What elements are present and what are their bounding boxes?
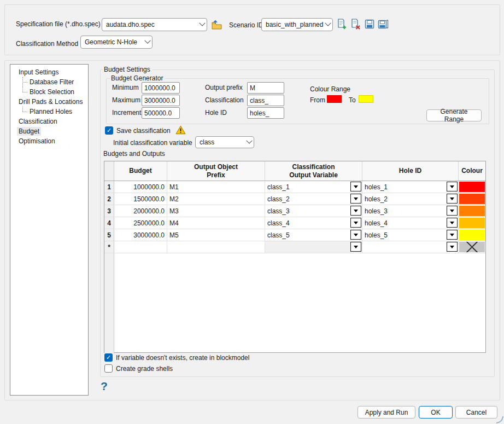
apply-and-run-button[interactable]: Apply and Run	[358, 406, 415, 419]
budget-cell[interactable]: 3000000.0	[114, 229, 167, 241]
new-scenario-button[interactable]	[336, 18, 348, 30]
help-icon[interactable]: ?	[101, 380, 108, 393]
sidebar-item-drill-pads-locations[interactable]: Drill Pads & Locations	[10, 97, 88, 107]
budget-cell[interactable]: 2000000.0	[114, 205, 167, 217]
range-to-swatch[interactable]	[359, 95, 373, 103]
output-prefix-cell[interactable]	[167, 241, 265, 253]
cell-dropdown-button[interactable]	[447, 206, 458, 216]
colour-cell[interactable]	[459, 229, 485, 241]
cell-dropdown-button[interactable]	[350, 242, 361, 252]
sidebar-item-budget[interactable]: Budget	[10, 126, 88, 136]
scenario-id-combo[interactable]: basic_with_plannedh	[261, 18, 333, 31]
cell-dropdown-button[interactable]	[350, 218, 361, 228]
col-header-hole-id[interactable]: Hole ID	[362, 161, 459, 181]
increment-input[interactable]	[142, 107, 180, 119]
save-classification-checkbox[interactable]: ✓	[105, 126, 113, 135]
dropdown-arrow-icon	[450, 234, 454, 236]
budget-cell[interactable]: 2500000.0	[114, 217, 167, 229]
classification-prefix-label: Classification	[205, 96, 244, 104]
resize-grip[interactable]	[495, 415, 503, 423]
initial-var-combo[interactable]: class	[195, 136, 254, 148]
row-header[interactable]: 3	[104, 205, 114, 217]
minimum-input[interactable]	[142, 82, 180, 94]
output-prefix-cell[interactable]: M5	[167, 229, 265, 241]
dialog: { "colors": { "accent": "#0067c0", "help…	[0, 0, 504, 424]
output-prefix-cell[interactable]: M4	[167, 217, 265, 229]
hole-id-cell[interactable]	[362, 241, 459, 253]
cell-dropdown-button[interactable]	[447, 194, 458, 204]
row-header[interactable]: 2	[104, 193, 114, 205]
sidebar-item-optimisation[interactable]: Optimisation	[10, 136, 88, 146]
row-header[interactable]: 4	[104, 217, 114, 229]
col-header-classification-output-variable[interactable]: Classification Output Variable	[265, 161, 362, 181]
budget-cell[interactable]: 1500000.0	[114, 193, 167, 205]
sidebar-item-input-settings[interactable]: Input Settings	[10, 67, 88, 77]
sidebar-item-planned-holes[interactable]: Planned Holes	[10, 107, 88, 117]
output-prefix-cell[interactable]: M3	[167, 205, 265, 217]
sidebar-item-database-filter[interactable]: Database Filter	[10, 77, 88, 87]
create-grade-shells-checkbox[interactable]	[104, 364, 113, 373]
spec-file-combo[interactable]: audata.dho.spec	[102, 18, 207, 31]
budget-cell[interactable]: 1000000.0	[114, 181, 167, 193]
classification-variable-cell[interactable]: class_1	[265, 181, 362, 193]
range-from-label: From	[310, 96, 325, 104]
maximum-input[interactable]	[142, 95, 180, 106]
browse-spec-file-button[interactable]	[210, 19, 222, 31]
output-prefix-input[interactable]	[247, 82, 284, 94]
hole-id-cell[interactable]: holes_5	[362, 229, 459, 241]
ok-button[interactable]: OK	[419, 406, 453, 419]
cell-dropdown-button[interactable]	[447, 230, 458, 240]
colour-cell[interactable]	[459, 181, 485, 193]
save-scenario-as-button[interactable]	[377, 18, 389, 30]
output-prefix-cell[interactable]: M2	[167, 193, 265, 205]
hole-id-prefix-input[interactable]	[247, 107, 284, 119]
scenario-id-value: basic_with_plannedh	[266, 21, 324, 28]
cell-dropdown-button[interactable]	[447, 182, 458, 191]
dropdown-arrow-icon	[354, 246, 358, 248]
hole-id-cell[interactable]: holes_1	[362, 181, 459, 193]
warning-icon	[175, 125, 186, 135]
save-scenario-button[interactable]	[364, 18, 376, 30]
range-from-swatch[interactable]	[327, 95, 342, 103]
hole-id-cell[interactable]: holes_2	[362, 193, 459, 205]
classification-variable-cell[interactable]: class_3	[265, 205, 362, 217]
hole-id-cell[interactable]: holes_3	[362, 205, 459, 217]
row-header[interactable]: 5	[104, 229, 114, 241]
colour-cell[interactable]	[459, 193, 485, 205]
output-prefix-cell[interactable]: M1	[167, 181, 265, 193]
chevron-down-icon	[144, 38, 150, 44]
colour-cell[interactable]	[459, 241, 485, 253]
classification-method-combo[interactable]: Geometric N-Hole	[80, 36, 153, 49]
gradeshells-checkbox-row: Create grade shells	[104, 364, 173, 373]
dropdown-arrow-icon	[354, 185, 358, 188]
col-header-colour[interactable]: Colour	[459, 161, 485, 181]
hole-id-cell[interactable]: holes_4	[362, 217, 459, 229]
sidebar-item-classification[interactable]: Classification	[10, 117, 88, 126]
generate-range-button[interactable]: Generate Range	[426, 109, 482, 121]
cell-dropdown-button[interactable]	[350, 206, 361, 216]
classification-variable-cell[interactable]: class_5	[265, 229, 362, 241]
cell-dropdown-button[interactable]	[350, 230, 361, 240]
create-grade-shells-label: Create grade shells	[116, 365, 173, 373]
classification-variable-cell[interactable]: class_2	[265, 193, 362, 205]
create-in-blockmodel-checkbox[interactable]: ✓	[104, 353, 113, 362]
colour-cell[interactable]	[459, 217, 485, 229]
cell-dropdown-button[interactable]	[447, 242, 458, 252]
delete-scenario-button[interactable]	[349, 18, 361, 30]
classification-variable-cell[interactable]: class_4	[265, 217, 362, 229]
cell-dropdown-button[interactable]	[350, 194, 361, 204]
budget-cell[interactable]	[114, 241, 167, 253]
row-header[interactable]: *	[104, 241, 114, 253]
classification-prefix-input[interactable]	[247, 95, 284, 106]
cell-dropdown-button[interactable]	[447, 218, 458, 228]
row-header[interactable]: 1	[104, 181, 114, 193]
classification-variable-cell[interactable]	[265, 241, 362, 253]
colour-cell[interactable]	[459, 205, 485, 217]
sidebar-item-block-selection[interactable]: Block Selection	[10, 87, 88, 97]
col-header-budget[interactable]: Budget	[114, 161, 167, 181]
cell-dropdown-button[interactable]	[350, 182, 361, 191]
cancel-button[interactable]: Cancel	[455, 406, 497, 419]
classification-method-label: Classification Method	[16, 40, 78, 48]
col-header-output-object-prefix[interactable]: Output Object Prefix	[167, 161, 265, 181]
tree-connector	[20, 77, 28, 87]
